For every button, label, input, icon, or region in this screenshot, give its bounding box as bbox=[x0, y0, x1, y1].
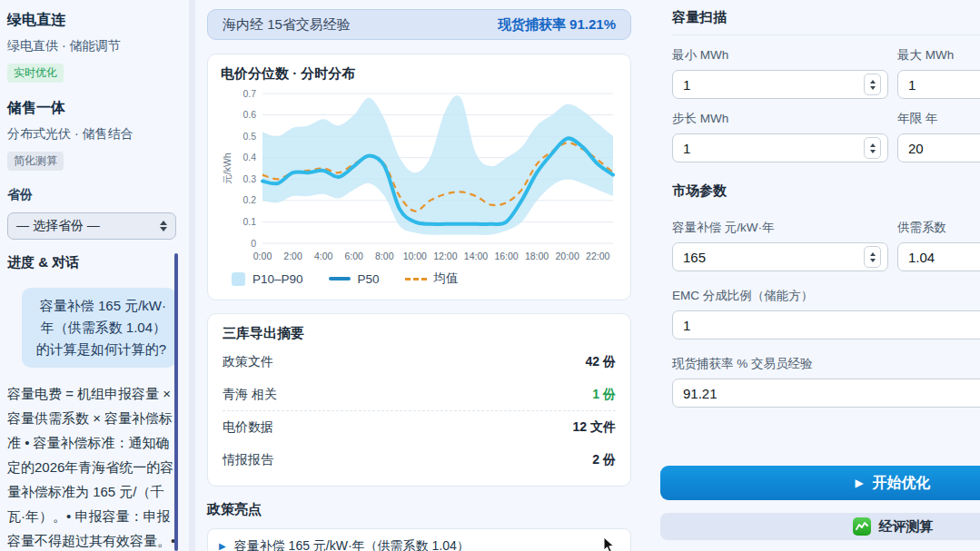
market-params-heading: 市场参数 bbox=[672, 182, 980, 208]
parameters-panel: 容量扫描 最小 MWh 1 最大 MWh 1 步长 MWh 1 年限 年 2 bbox=[647, 0, 980, 551]
svg-text:16:00: 16:00 bbox=[494, 251, 518, 261]
capture-rate-label: 现货捕获率 % 交易员经验 bbox=[672, 356, 980, 372]
summary-row-policy-files: 政策文件 42 份 bbox=[223, 346, 616, 379]
supply-demand-label: 供需系数 bbox=[897, 220, 980, 236]
chat-scrollbar[interactable] bbox=[174, 253, 178, 551]
input-value: 1 bbox=[683, 141, 690, 156]
line-swatch-icon bbox=[329, 277, 351, 280]
max-mwh-label: 最大 MWh bbox=[897, 47, 980, 64]
svg-text:0.4: 0.4 bbox=[243, 152, 256, 162]
province-select[interactable]: — 选择省份 — bbox=[7, 212, 176, 240]
play-icon: ▶ bbox=[855, 477, 863, 489]
svg-text:8:00: 8:00 bbox=[375, 251, 394, 261]
emc-ratio-label: EMC 分成比例（储能方） bbox=[672, 288, 980, 304]
svg-text:4:00: 4:00 bbox=[314, 251, 333, 261]
row-value: 42 份 bbox=[586, 354, 616, 370]
province-select-value: — 选择省份 — bbox=[16, 218, 100, 234]
summary-row-intel-reports: 情报报告 2 份 bbox=[223, 444, 616, 477]
economic-evaluation-button[interactable]: 经评测算 bbox=[660, 513, 980, 540]
row-value: 1 份 bbox=[592, 387, 616, 403]
capacity-comp-input[interactable]: 165 bbox=[672, 242, 888, 271]
chat-heading: 进度 & 对话 bbox=[7, 254, 176, 271]
policy-highlights-heading: 政策亮点 bbox=[207, 501, 631, 518]
simplified-badge: 简化测算 bbox=[7, 152, 64, 171]
years-label: 年限 年 bbox=[897, 111, 980, 127]
summary-title: 三库导出摘要 bbox=[223, 325, 616, 342]
capture-rate-input[interactable]: 91.21 bbox=[672, 379, 980, 408]
svg-text:0: 0 bbox=[251, 238, 256, 249]
capacity-scan-heading: 容量扫描 bbox=[672, 9, 980, 35]
max-mwh-input[interactable]: 1 bbox=[897, 70, 980, 99]
svg-text:10:00: 10:00 bbox=[403, 251, 427, 261]
province-label: 省份 bbox=[7, 187, 176, 203]
stepper-icon[interactable] bbox=[864, 137, 881, 159]
legend-item-mean: 均值 bbox=[405, 271, 459, 287]
legend-item-band: P10–P90 bbox=[232, 272, 303, 286]
price-percentile-chart: 00.10.20.30.40.50.60.7元/kWh0:002:004:006… bbox=[221, 88, 618, 265]
summary-row-price-data: 电价数据 12 文件 bbox=[223, 411, 616, 444]
emc-ratio-input[interactable]: 1 bbox=[672, 310, 980, 339]
svg-text:20:00: 20:00 bbox=[556, 251, 579, 261]
experience-banner: 海内经 15省交易经验 现货捕获率 91.21% bbox=[207, 9, 631, 40]
summary-rows: 政策文件 42 份 青海 相关 1 份 电价数据 12 文件 情报报告 2 份 bbox=[223, 346, 616, 477]
mode-green-direct[interactable]: 绿电直连 绿电直供 · 储能调节 实时优化 bbox=[7, 11, 176, 83]
row-label: 青海 相关 bbox=[223, 387, 277, 403]
svg-text:元/kWh: 元/kWh bbox=[222, 153, 233, 184]
row-label: 情报报告 bbox=[223, 452, 273, 468]
input-value: 20 bbox=[908, 141, 924, 156]
column-divider bbox=[189, 0, 195, 551]
mode-storage-sale[interactable]: 储售一体 分布式光伏 · 储售结合 简化测算 bbox=[7, 99, 176, 171]
input-value: 1 bbox=[683, 318, 690, 333]
main-column: 海内经 15省交易经验 现货捕获率 91.21% 电价分位数 · 分时分布 00… bbox=[207, 0, 631, 551]
input-value: 1 bbox=[683, 77, 690, 93]
policy-item-text: 容量补偿 165 元/kW·年（供需系数 1.04） bbox=[234, 538, 470, 551]
svg-text:0.1: 0.1 bbox=[243, 216, 256, 227]
mouse-cursor bbox=[603, 536, 616, 551]
supply-demand-input[interactable]: 1.04 bbox=[897, 242, 980, 271]
capacity-comp-label: 容量补偿 元/kW·年 bbox=[672, 220, 888, 236]
eco-button-label: 经评测算 bbox=[879, 518, 934, 536]
stepper-icon[interactable] bbox=[864, 246, 881, 268]
svg-text:6:00: 6:00 bbox=[344, 251, 363, 261]
mode-subtitle: 分布式光伏 · 储售结合 bbox=[7, 126, 176, 143]
summary-row-qinghai: 青海 相关 1 份 bbox=[223, 379, 616, 411]
step-mwh-input[interactable]: 1 bbox=[672, 133, 888, 162]
row-label: 政策文件 bbox=[223, 354, 273, 370]
assistant-chat-message: 容量电费 = 机组申报容量 × 容量供需系数 × 容量补偿标准 • 容量补偿标准… bbox=[7, 381, 176, 551]
policy-highlight-item[interactable]: ▶ 容量补偿 165 元/kW·年（供需系数 1.04） bbox=[207, 528, 631, 551]
legend-label: 均值 bbox=[434, 271, 459, 287]
input-value: 1 bbox=[908, 77, 916, 93]
sidebar: 绿电直连 绿电直供 · 储能调节 实时优化 储售一体 分布式光伏 · 储售结合 … bbox=[7, 11, 176, 551]
min-mwh-input[interactable]: 1 bbox=[672, 70, 888, 99]
legend-label: P10–P90 bbox=[252, 272, 303, 286]
start-optimization-button[interactable]: ▶ 开始优化 bbox=[660, 466, 980, 500]
step-mwh-label: 步长 MWh bbox=[672, 111, 888, 127]
expand-arrow-icon: ▶ bbox=[219, 542, 226, 551]
svg-text:0.7: 0.7 bbox=[243, 88, 256, 99]
chart-title: 电价分位数 · 分时分布 bbox=[221, 65, 618, 83]
banner-text: 海内经 15省交易经验 bbox=[223, 16, 351, 34]
start-button-label: 开始优化 bbox=[873, 474, 931, 493]
realtime-badge: 实时优化 bbox=[7, 64, 64, 83]
svg-text:14:00: 14:00 bbox=[464, 251, 488, 261]
row-value: 12 文件 bbox=[573, 419, 616, 436]
svg-text:0:00: 0:00 bbox=[253, 251, 272, 261]
svg-text:0.5: 0.5 bbox=[243, 131, 256, 142]
legend-item-p50: P50 bbox=[329, 272, 380, 286]
svg-text:0.6: 0.6 bbox=[243, 109, 256, 120]
svg-text:22:00: 22:00 bbox=[586, 251, 609, 261]
row-value: 2 份 bbox=[592, 452, 616, 468]
mode-title: 绿电直连 bbox=[7, 11, 176, 30]
legend-label: P50 bbox=[358, 272, 380, 286]
mode-title: 储售一体 bbox=[7, 99, 176, 118]
input-value: 1.04 bbox=[908, 250, 935, 265]
capture-rate-badge: 现货捕获率 91.21% bbox=[498, 16, 616, 34]
svg-text:18:00: 18:00 bbox=[525, 251, 549, 261]
row-label: 电价数据 bbox=[223, 419, 273, 436]
user-chat-bubble: 容量补偿 165 元/kW·年（供需系数 1.04）的计算是如何计算的? bbox=[22, 288, 176, 368]
mode-subtitle: 绿电直供 · 储能调节 bbox=[7, 38, 176, 54]
years-input[interactable]: 20 bbox=[897, 133, 980, 162]
svg-text:2:00: 2:00 bbox=[283, 251, 302, 261]
svg-text:12:00: 12:00 bbox=[433, 251, 457, 261]
stepper-icon[interactable] bbox=[864, 74, 881, 95]
